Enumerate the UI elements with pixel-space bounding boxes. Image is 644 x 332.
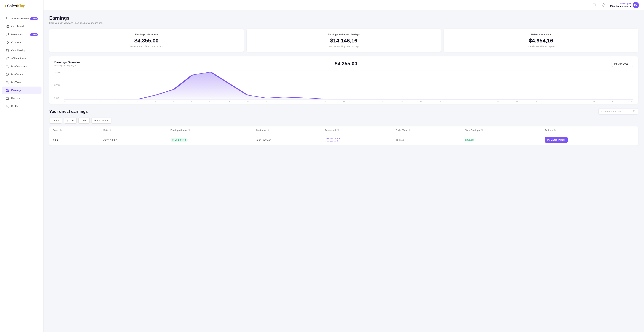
sort-icon[interactable]: ⇅ [337, 129, 339, 131]
earnings-chart: $ 6000 $ 3100 $ 100 [54, 71, 633, 100]
col-your-earnings: Your Earnings ⇅ [462, 126, 542, 134]
svg-point-10 [6, 81, 8, 82]
col-actions: Actions ⇅ [542, 126, 638, 134]
stat-value: $4.954,16 [449, 38, 633, 44]
search-icon [633, 110, 636, 113]
page-title: Earnings [49, 15, 638, 21]
stat-desc: currently available for payouts [449, 45, 633, 48]
sidebar: ♛SalesKing Announcements 1 New Dashboard… [0, 0, 44, 332]
edit-columns-button[interactable]: Edit Columns [91, 118, 112, 123]
earnings-overview-card: Earnings Overview Earnings during July 2… [49, 56, 638, 104]
overview-period: Earnings during July 2021 [54, 64, 80, 67]
product-link[interactable]: Gold Locker x 1 [325, 137, 389, 140]
stat-label: Balance available [449, 33, 633, 36]
sidebar-item-coupons[interactable]: Coupons [2, 39, 42, 46]
y-label-mid: $ 3100 [54, 84, 60, 86]
search-input[interactable] [601, 110, 632, 113]
svg-rect-21 [548, 139, 550, 141]
sort-icon[interactable]: ⇅ [408, 129, 410, 131]
sort-icon[interactable]: ⇅ [110, 129, 111, 131]
svg-point-5 [7, 52, 7, 52]
sidebar-nav: Announcements 1 New Dashboard Messages 1… [0, 12, 43, 113]
col-date: Date ⇅ [100, 126, 167, 134]
sidebar-item-label: My Customers [11, 65, 28, 68]
manage-order-button[interactable]: Manage Order [545, 137, 568, 143]
sidebar-item-label: My Team [11, 81, 22, 84]
sidebar-item-payouts[interactable]: Payouts [2, 95, 42, 102]
cart-icon [6, 49, 9, 52]
print-button[interactable]: Print [78, 118, 90, 123]
bell-icon [6, 17, 9, 20]
sidebar-item-label: Announcements [11, 17, 30, 20]
product-link-2[interactable]: composite x 1 [325, 140, 389, 142]
stat-label: Earnings this month [54, 33, 239, 36]
sidebar-item-label: Cart Sharing [11, 49, 26, 52]
csv-button[interactable]: ↓ CSV [49, 118, 62, 123]
sidebar-item-dashboard[interactable]: Dashboard [2, 23, 42, 30]
sidebar-item-label: Affiliate Links [11, 57, 26, 60]
overview-title: Earnings Overview [54, 61, 80, 64]
page-content: Earnings Here you can view and keep trac… [44, 10, 644, 332]
stat-value: $14.146,16 [252, 38, 436, 44]
y-label-high: $ 6000 [54, 71, 60, 73]
grid-line-top [64, 71, 633, 71]
sidebar-item-my-customers[interactable]: My Customers [2, 63, 42, 70]
user-role: Sales Agent [610, 3, 631, 5]
col-customer: Customer ⇅ [253, 126, 322, 134]
svg-line-8 [7, 73, 8, 74]
stat-desc: over the last thirty calendar days [252, 45, 436, 48]
announcements-badge: 1 New [30, 17, 38, 20]
search-box[interactable] [598, 108, 638, 115]
col-order: Order ⇅ [49, 126, 100, 134]
grid-line-bottom [64, 99, 633, 100]
svg-line-20 [635, 112, 635, 112]
pdf-button[interactable]: ↓ PDF [64, 118, 77, 123]
sidebar-item-announcements[interactable]: Announcements 1 New [2, 15, 42, 22]
sidebar-item-my-team[interactable]: My Team [2, 79, 42, 86]
sidebar-item-label: Dashboard [11, 25, 24, 28]
stat-value: $4.355,00 [54, 38, 239, 44]
cell-status: Completed [167, 134, 253, 146]
stat-card-balance: Balance available $4.954,16 currently av… [444, 29, 638, 52]
chat-button[interactable] [591, 2, 598, 8]
messages-badge: 1 New [30, 33, 38, 36]
avatar: MJ [633, 2, 639, 8]
svg-point-6 [8, 52, 8, 52]
sidebar-item-messages[interactable]: Messages 1 New [2, 31, 42, 38]
y-label-low: $ 100 [54, 97, 60, 99]
sort-icon[interactable]: ⇅ [60, 129, 62, 131]
cell-order: #8063 [49, 134, 100, 146]
logo-king: King [17, 4, 26, 8]
overview-header: Earnings Overview Earnings during July 2… [54, 61, 633, 67]
chart-inner [64, 71, 633, 100]
table-body: #8063 July 12, 2021 Completed John Spenc… [49, 134, 638, 146]
grid-icon [6, 25, 9, 28]
sidebar-item-profile[interactable]: Profile [2, 102, 42, 110]
sidebar-item-affiliate-links[interactable]: Affiliate Links [2, 55, 42, 62]
chat-icon [6, 33, 9, 36]
stats-grid: Earnings this month $4.355,00 since the … [49, 29, 638, 52]
sort-icon[interactable]: ⇅ [481, 129, 483, 131]
direct-earnings-header: Your direct earnings [49, 108, 638, 115]
page-subtitle: Here you can view and keep track of your… [49, 22, 638, 24]
notification-button[interactable] [601, 2, 607, 8]
user-menu[interactable]: Sales Agent Mike Johansson ▾ MJ [610, 2, 639, 8]
sort-icon[interactable]: ⇅ [188, 129, 190, 131]
status-dot [172, 139, 174, 141]
user-name: Mike Johansson ▾ [610, 5, 631, 8]
overview-title-area: Earnings Overview Earnings during July 2… [54, 61, 80, 67]
sidebar-item-my-orders[interactable]: My Orders [2, 71, 42, 78]
topbar: Sales Agent Mike Johansson ▾ MJ [44, 0, 644, 10]
sort-icon[interactable]: ⇅ [554, 129, 556, 131]
sort-icon[interactable]: ⇅ [268, 129, 269, 131]
sidebar-item-cart-sharing[interactable]: Cart Sharing [2, 47, 42, 54]
date-picker-button[interactable]: July 2021 › [612, 61, 633, 67]
overview-amount: $4.355,00 [335, 61, 357, 67]
sidebar-item-earnings[interactable]: Earnings [2, 87, 42, 94]
table-actions-row: ↓ CSV ↓ PDF Print Edit Columns [49, 118, 638, 123]
person-icon [6, 104, 9, 108]
sidebar-item-label: Coupons [11, 41, 22, 44]
svg-rect-1 [8, 25, 8, 26]
sidebar-item-label: Profile [11, 105, 18, 108]
logo-area: ♛SalesKing [0, 0, 43, 12]
